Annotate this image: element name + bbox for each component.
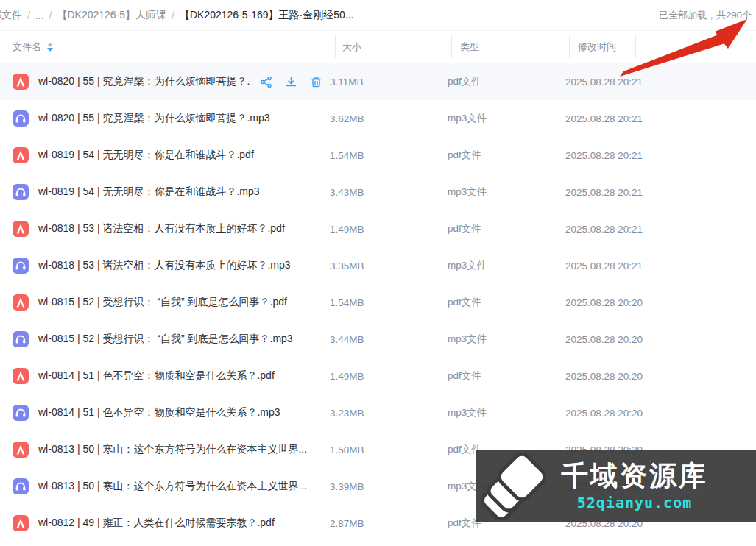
- pdf-file-icon: [13, 442, 29, 458]
- file-row[interactable]: wl-0814 | 51 | 色不异空：物质和空是什么关系？.pdf 1.49M…: [0, 358, 756, 394]
- file-modified-time: 2025.08.28 20:20: [565, 334, 756, 345]
- sort-desc-icon: [47, 48, 53, 52]
- mp3-file-icon: [13, 258, 29, 274]
- file-modified-time: 2025.08.28 20:21: [565, 224, 756, 235]
- file-manager-page: 部文件 / ... / 【DK202126-5】大师课 / 【DK202126-…: [0, 0, 756, 546]
- file-name[interactable]: wl-0813 | 50 | 寒山：这个东方符号为什么在资本主义世界...: [38, 480, 307, 493]
- sort-asc-icon: [47, 43, 53, 46]
- file-type: pdf文件: [448, 369, 565, 383]
- file-row[interactable]: wl-0818 | 53 | 诸法空相：人有没有本质上的好坏？.mp3 3.35…: [0, 247, 756, 284]
- file-size: 1.54MB: [330, 297, 448, 308]
- file-row[interactable]: wl-0814 | 51 | 色不异空：物质和空是什么关系？.mp3 3.23M…: [0, 394, 756, 431]
- column-header-type: 类型: [460, 31, 479, 63]
- file-name[interactable]: wl-0819 | 54 | 无无明尽：你是在和谁战斗？.mp3: [38, 185, 260, 199]
- file-name-cell: wl-0812 | 49 | 雍正：人类在什么时候需要宗教？.pdf: [0, 515, 330, 531]
- file-size: 1.49MB: [330, 224, 448, 235]
- breadcrumb-separator: /: [172, 10, 174, 21]
- file-size: 3.62MB: [330, 113, 448, 124]
- file-name[interactable]: wl-0820 | 55 | 究竟涅槃：为什么烦恼即菩提？.: [38, 75, 250, 88]
- pdf-file-icon: [13, 294, 29, 311]
- breadcrumb-current-folder: 【DK202126-5-169】王路·金刚经50...: [180, 9, 354, 22]
- file-size: 3.23MB: [330, 408, 448, 419]
- file-type: pdf文件: [448, 75, 565, 88]
- file-size: 1.54MB: [330, 150, 448, 161]
- file-type: mp3文件: [448, 406, 565, 419]
- file-name-cell: wl-0815 | 52 | 受想行识： “自我” 到底是怎么回事？.pdf: [0, 294, 330, 311]
- file-size: 1.50MB: [330, 444, 448, 455]
- column-header-name: 文件名: [13, 31, 53, 63]
- pdf-file-icon: [13, 147, 29, 163]
- file-name-cell: wl-0813 | 50 | 寒山：这个东方符号为什么在资本主义世界...: [0, 478, 330, 494]
- breadcrumb: 部文件 / ... / 【DK202126-5】大师课 / 【DK202126-…: [0, 9, 354, 22]
- file-type: pdf文件: [448, 296, 565, 309]
- pdf-file-icon: [13, 515, 29, 531]
- file-type: mp3文件: [448, 112, 565, 125]
- file-name[interactable]: wl-0814 | 51 | 色不异空：物质和空是什么关系？.mp3: [38, 406, 280, 419]
- file-name[interactable]: wl-0815 | 52 | 受想行识： “自我” 到底是怎么回事？.mp3: [38, 333, 293, 346]
- file-size: 3.11MB: [330, 77, 448, 88]
- file-row[interactable]: wl-0820 | 55 | 究竟涅槃：为什么烦恼即菩提？.mp3 3.62MB…: [0, 100, 756, 137]
- breadcrumb-ellipsis[interactable]: ...: [35, 10, 44, 21]
- file-type: pdf文件: [448, 149, 565, 162]
- file-modified-time: 2025.08.28 20:20: [565, 297, 756, 308]
- delete-icon[interactable]: [310, 76, 322, 88]
- file-type: mp3文件: [448, 259, 565, 272]
- file-modified-time: 2025.08.28 20:21: [565, 113, 756, 124]
- file-name-cell: wl-0820 | 55 | 究竟涅槃：为什么烦恼即菩提？.: [0, 74, 330, 90]
- file-name[interactable]: wl-0818 | 53 | 诸法空相：人有没有本质上的好坏？.mp3: [38, 259, 291, 272]
- file-size: 1.49MB: [330, 371, 448, 382]
- file-name[interactable]: wl-0820 | 55 | 究竟涅槃：为什么烦恼即菩提？.mp3: [38, 112, 270, 125]
- breadcrumb-bar: 部文件 / ... / 【DK202126-5】大师课 / 【DK202126-…: [0, 0, 756, 31]
- breadcrumb-parent-folder[interactable]: 【DK202126-5】大师课: [57, 9, 166, 22]
- file-name[interactable]: wl-0819 | 54 | 无无明尽：你是在和谁战斗？.pdf: [38, 149, 254, 162]
- load-status-text: 已全部加载，共290个: [659, 9, 756, 22]
- header-divider: [451, 35, 452, 58]
- file-row[interactable]: wl-0815 | 52 | 受想行识： “自我” 到底是怎么回事？.mp3 3…: [0, 321, 756, 358]
- file-modified-time: 2025.08.28 20:21: [565, 150, 756, 161]
- pdf-file-icon: [13, 221, 29, 237]
- share-icon[interactable]: [260, 76, 272, 88]
- file-name[interactable]: wl-0818 | 53 | 诸法空相：人有没有本质上的好坏？.pdf: [38, 222, 285, 235]
- breadcrumb-separator: /: [27, 10, 30, 21]
- column-header-name-label: 文件名: [13, 40, 41, 54]
- file-row[interactable]: wl-0819 | 54 | 无无明尽：你是在和谁战斗？.pdf 1.54MB …: [0, 137, 756, 174]
- column-header-modified: 修改时间: [578, 31, 616, 63]
- file-size: 3.44MB: [330, 334, 448, 345]
- mp3-file-icon: [13, 184, 29, 200]
- mp3-file-icon: [13, 405, 29, 421]
- file-modified-time: 2025.08.28 20:20: [565, 408, 756, 419]
- header-divider: [335, 35, 336, 58]
- download-icon[interactable]: [285, 76, 297, 88]
- file-name-cell: wl-0815 | 52 | 受想行识： “自我” 到底是怎么回事？.mp3: [0, 331, 330, 347]
- file-name-cell: wl-0819 | 54 | 无无明尽：你是在和谁战斗？.pdf: [0, 147, 330, 163]
- file-name-cell: wl-0818 | 53 | 诸法空相：人有没有本质上的好坏？.pdf: [0, 221, 330, 237]
- file-size: 3.43MB: [330, 187, 448, 198]
- file-row[interactable]: wl-0815 | 52 | 受想行识： “自我” 到底是怎么回事？.pdf 1…: [0, 284, 756, 321]
- breadcrumb-root[interactable]: 部文件: [0, 9, 22, 22]
- breadcrumb-separator: /: [49, 10, 52, 21]
- sort-toggle-icon[interactable]: [47, 43, 53, 52]
- file-name[interactable]: wl-0814 | 51 | 色不异空：物质和空是什么关系？.pdf: [38, 369, 275, 383]
- file-type: mp3文件: [448, 185, 565, 199]
- file-row[interactable]: wl-0818 | 53 | 诸法空相：人有没有本质上的好坏？.pdf 1.49…: [0, 210, 756, 247]
- row-actions: [260, 76, 330, 88]
- file-name[interactable]: wl-0813 | 50 | 寒山：这个东方符号为什么在资本主义世界...: [38, 443, 307, 456]
- file-name-cell: wl-0818 | 53 | 诸法空相：人有没有本质上的好坏？.mp3: [0, 258, 330, 274]
- table-header: 文件名 大小 类型 修改时间: [0, 31, 756, 63]
- file-name-cell: wl-0814 | 51 | 色不异空：物质和空是什么关系？.mp3: [0, 405, 330, 421]
- file-type: pdf文件: [448, 222, 565, 235]
- file-name-cell: wl-0814 | 51 | 色不异空：物质和空是什么关系？.pdf: [0, 368, 330, 384]
- file-modified-time: 2025.08.28 20:21: [565, 187, 756, 198]
- mp3-file-icon: [13, 331, 29, 347]
- file-name[interactable]: wl-0815 | 52 | 受想行识： “自我” 到底是怎么回事？.pdf: [38, 296, 287, 309]
- pdf-file-icon: [13, 368, 29, 384]
- file-row[interactable]: wl-0819 | 54 | 无无明尽：你是在和谁战斗？.mp3 3.43MB …: [0, 174, 756, 210]
- file-name[interactable]: wl-0812 | 49 | 雍正：人类在什么时候需要宗教？.pdf: [38, 517, 275, 530]
- file-name-cell: wl-0820 | 55 | 究竟涅槃：为什么烦恼即菩提？.mp3: [0, 110, 330, 127]
- file-name-cell: wl-0813 | 50 | 寒山：这个东方符号为什么在资本主义世界...: [0, 442, 330, 458]
- file-modified-time: 2025.08.28 20:21: [565, 260, 756, 272]
- watermark-banner: 千域资源库 52qianyu.com: [476, 450, 756, 522]
- file-name-cell: wl-0819 | 54 | 无无明尽：你是在和谁战斗？.mp3: [0, 184, 330, 200]
- header-divider: [635, 35, 636, 58]
- file-row[interactable]: wl-0820 | 55 | 究竟涅槃：为什么烦恼即菩提？. 3.11MB pd…: [0, 63, 756, 100]
